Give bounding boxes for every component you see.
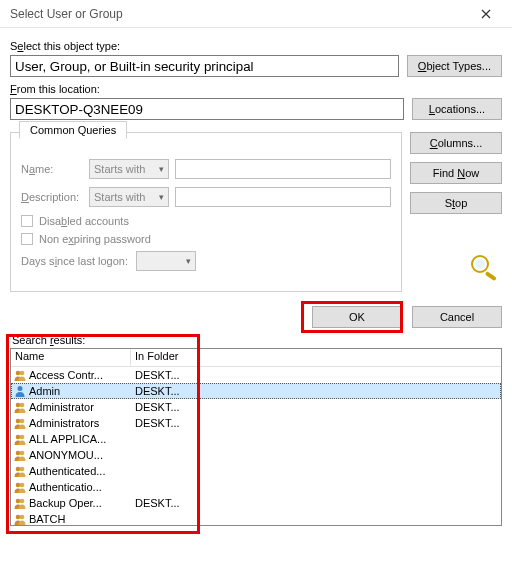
svg-point-5 xyxy=(18,386,23,391)
group-icon xyxy=(13,512,27,526)
chevron-down-icon: ▾ xyxy=(186,256,191,266)
column-header-name[interactable]: Name xyxy=(11,349,131,366)
svg-point-1 xyxy=(475,259,485,269)
row-name: ALL APPLICA... xyxy=(29,433,131,445)
svg-point-19 xyxy=(20,499,25,504)
tab-common-queries[interactable]: Common Queries xyxy=(19,121,127,139)
table-row[interactable]: Authenticated... xyxy=(11,463,501,479)
group-icon xyxy=(13,448,27,462)
svg-point-13 xyxy=(20,451,25,456)
table-row[interactable]: AdministratorDESKT... xyxy=(11,399,501,415)
column-header-folder[interactable]: In Folder xyxy=(131,349,501,366)
row-name: Administrator xyxy=(29,401,131,413)
days-since-label: Days since last logon: xyxy=(21,255,128,267)
chevron-down-icon: ▾ xyxy=(159,192,164,202)
stop-button[interactable]: Stop xyxy=(410,192,502,214)
svg-rect-2 xyxy=(485,271,497,281)
description-match-combo[interactable]: Starts with ▾ xyxy=(89,187,169,207)
row-name: Backup Oper... xyxy=(29,497,131,509)
name-input[interactable] xyxy=(175,159,391,179)
svg-point-12 xyxy=(16,451,21,456)
svg-point-8 xyxy=(16,419,21,424)
row-name: Access Contr... xyxy=(29,369,131,381)
object-types-button[interactable]: Object Types... xyxy=(407,55,502,77)
table-row[interactable]: Access Contr...DESKT... xyxy=(11,367,501,383)
group-icon xyxy=(13,480,27,494)
location-field[interactable] xyxy=(10,98,404,120)
cancel-button[interactable]: Cancel xyxy=(412,306,502,328)
table-row[interactable]: Authenticatio... xyxy=(11,479,501,495)
row-folder: DESKT... xyxy=(131,417,501,429)
svg-point-21 xyxy=(20,515,25,520)
svg-point-20 xyxy=(16,515,21,520)
name-label: Name: xyxy=(21,163,83,175)
group-icon xyxy=(13,496,27,510)
common-queries-group: Common Queries Name: Starts with ▾ Descr… xyxy=(10,132,402,292)
row-folder: DESKT... xyxy=(131,497,501,509)
svg-point-3 xyxy=(16,371,21,376)
search-results-label: Search results: xyxy=(12,334,502,346)
row-folder: DESKT... xyxy=(131,401,501,413)
row-name: Authenticatio... xyxy=(29,481,131,493)
group-icon xyxy=(13,416,27,430)
svg-point-17 xyxy=(20,483,25,488)
table-row[interactable]: AdministratorsDESKT... xyxy=(11,415,501,431)
row-name: BATCH xyxy=(29,513,131,525)
name-match-combo[interactable]: Starts with ▾ xyxy=(89,159,169,179)
row-name: Admin xyxy=(29,385,131,397)
svg-point-14 xyxy=(16,467,21,472)
table-row[interactable]: BATCH xyxy=(11,511,501,526)
svg-point-7 xyxy=(20,403,25,408)
columns-button[interactable]: Columns... xyxy=(410,132,502,154)
description-input[interactable] xyxy=(175,187,391,207)
group-icon xyxy=(13,464,27,478)
svg-point-4 xyxy=(20,371,25,376)
svg-point-15 xyxy=(20,467,25,472)
find-now-button[interactable]: Find Now xyxy=(410,162,502,184)
svg-point-18 xyxy=(16,499,21,504)
description-label: Description: xyxy=(21,191,83,203)
table-row[interactable]: ANONYMOU... xyxy=(11,447,501,463)
user-icon xyxy=(13,384,27,398)
location-label: From this location: xyxy=(10,83,502,95)
chevron-down-icon: ▾ xyxy=(159,164,164,174)
row-folder: DESKT... xyxy=(131,369,501,381)
svg-point-6 xyxy=(16,403,21,408)
group-icon xyxy=(13,432,27,446)
close-icon xyxy=(481,9,491,19)
checkbox-icon xyxy=(21,215,33,227)
non-expiring-checkbox[interactable]: Non expiring password xyxy=(21,233,391,245)
object-type-label: Select this object type: xyxy=(10,40,502,52)
days-combo[interactable]: ▾ xyxy=(136,251,196,271)
titlebar: Select User or Group xyxy=(0,0,512,28)
row-folder: DESKT... xyxy=(131,385,501,397)
svg-point-16 xyxy=(16,483,21,488)
checkbox-icon xyxy=(21,233,33,245)
object-type-field[interactable] xyxy=(10,55,399,77)
svg-point-11 xyxy=(20,435,25,440)
row-name: Authenticated... xyxy=(29,465,131,477)
window-title: Select User or Group xyxy=(10,7,466,21)
group-icon xyxy=(13,368,27,382)
ok-button[interactable]: OK xyxy=(312,306,402,328)
locations-button[interactable]: Locations... xyxy=(412,98,502,120)
table-row[interactable]: Backup Oper...DESKT... xyxy=(11,495,501,511)
group-icon xyxy=(13,400,27,414)
row-name: Administrators xyxy=(29,417,131,429)
results-list[interactable]: Name In Folder Access Contr...DESKT...Ad… xyxy=(10,348,502,526)
table-row[interactable]: ALL APPLICA... xyxy=(11,431,501,447)
row-name: ANONYMOU... xyxy=(29,449,131,461)
results-header[interactable]: Name In Folder xyxy=(11,349,501,367)
close-button[interactable] xyxy=(466,2,506,26)
svg-point-9 xyxy=(20,419,25,424)
search-icon xyxy=(466,252,502,282)
disabled-accounts-checkbox[interactable]: Disabled accounts xyxy=(21,215,391,227)
svg-point-10 xyxy=(16,435,21,440)
table-row[interactable]: AdminDESKT... xyxy=(11,383,501,399)
